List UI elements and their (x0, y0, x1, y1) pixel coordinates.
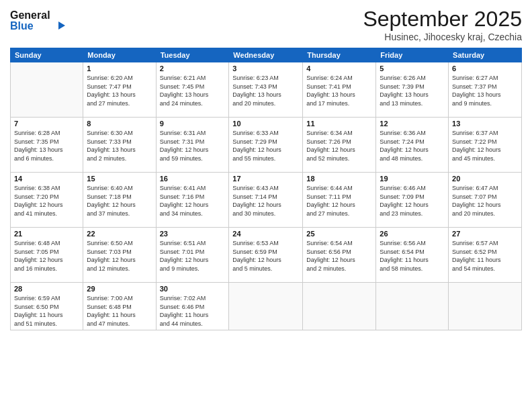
day-number: 10 (232, 120, 299, 128)
day-number: 24 (232, 230, 299, 238)
day-info: Sunrise: 6:28 AMSunset: 7:35 PMDaylight:… (14, 129, 79, 163)
logo: General Blue (10, 7, 71, 36)
table-row: 19Sunrise: 6:46 AMSunset: 7:09 PMDayligh… (376, 173, 449, 228)
day-info: Sunrise: 6:27 AMSunset: 7:37 PMDaylight:… (452, 74, 518, 107)
day-number: 22 (87, 230, 152, 238)
svg-marker-2 (58, 21, 65, 30)
day-number: 21 (14, 230, 79, 238)
day-info: Sunrise: 6:34 AMSunset: 7:26 PMDaylight:… (306, 129, 372, 163)
day-info: Sunrise: 6:54 AMSunset: 6:56 PMDaylight:… (306, 239, 372, 273)
day-number: 1 (87, 64, 152, 73)
header-monday: Monday (83, 48, 156, 62)
table-row: 10Sunrise: 6:33 AMSunset: 7:29 PMDayligh… (229, 118, 303, 173)
table-row: 5Sunrise: 6:26 AMSunset: 7:39 PMDaylight… (376, 62, 449, 118)
table-row: 2Sunrise: 6:21 AMSunset: 7:45 PMDaylight… (156, 62, 229, 118)
day-info: Sunrise: 6:44 AMSunset: 7:11 PMDaylight:… (306, 184, 372, 218)
day-info: Sunrise: 6:26 AMSunset: 7:39 PMDaylight:… (380, 74, 445, 107)
day-info: Sunrise: 6:47 AMSunset: 7:07 PMDaylight:… (452, 184, 518, 218)
table-row: 29Sunrise: 7:00 AMSunset: 6:48 PMDayligh… (83, 283, 156, 330)
day-number: 20 (452, 175, 518, 183)
calendar-page: General Blue September 2025 Husinec, Jih… (0, 0, 532, 411)
header-tuesday: Tuesday (156, 48, 229, 62)
table-row: 28Sunrise: 6:59 AMSunset: 6:50 PMDayligh… (11, 283, 83, 330)
table-row: 16Sunrise: 6:41 AMSunset: 7:16 PMDayligh… (156, 173, 229, 228)
location: Husinec, Jihocesky kraj, Czechia (363, 32, 522, 42)
header-saturday: Saturday (449, 48, 522, 62)
table-row: 21Sunrise: 6:48 AMSunset: 7:05 PMDayligh… (11, 228, 83, 283)
day-info: Sunrise: 6:38 AMSunset: 7:20 PMDaylight:… (14, 184, 79, 218)
table-row: 9Sunrise: 6:31 AMSunset: 7:31 PMDaylight… (156, 118, 229, 173)
table-row (11, 62, 83, 118)
table-row: 25Sunrise: 6:54 AMSunset: 6:56 PMDayligh… (303, 228, 376, 283)
day-number: 26 (380, 230, 445, 238)
table-row: 13Sunrise: 6:37 AMSunset: 7:22 PMDayligh… (449, 118, 522, 173)
day-info: Sunrise: 7:02 AMSunset: 6:46 PMDaylight:… (160, 294, 226, 328)
day-info: Sunrise: 6:43 AMSunset: 7:14 PMDaylight:… (232, 184, 299, 218)
table-row: 3Sunrise: 6:23 AMSunset: 7:43 PMDaylight… (229, 62, 303, 118)
day-number: 6 (452, 64, 518, 73)
table-row: 4Sunrise: 6:24 AMSunset: 7:41 PMDaylight… (303, 62, 376, 118)
table-row: 27Sunrise: 6:57 AMSunset: 6:52 PMDayligh… (449, 228, 522, 283)
day-info: Sunrise: 6:37 AMSunset: 7:22 PMDaylight:… (452, 129, 518, 163)
day-number: 3 (232, 64, 299, 73)
month-title: September 2025 (363, 7, 522, 32)
table-row (229, 283, 303, 330)
table-row: 14Sunrise: 6:38 AMSunset: 7:20 PMDayligh… (11, 173, 83, 228)
table-row (449, 283, 522, 330)
day-info: Sunrise: 6:48 AMSunset: 7:05 PMDaylight:… (14, 239, 79, 273)
table-row: 20Sunrise: 6:47 AMSunset: 7:07 PMDayligh… (449, 173, 522, 228)
day-number: 25 (306, 230, 372, 238)
day-info: Sunrise: 6:46 AMSunset: 7:09 PMDaylight:… (380, 184, 445, 218)
svg-text:Blue: Blue (10, 20, 34, 32)
day-number: 2 (160, 64, 226, 73)
day-number: 27 (452, 230, 518, 238)
day-number: 11 (306, 120, 372, 128)
day-info: Sunrise: 6:21 AMSunset: 7:45 PMDaylight:… (160, 74, 226, 107)
day-number: 5 (380, 64, 445, 73)
day-number: 15 (87, 175, 152, 183)
day-number: 17 (232, 175, 299, 183)
day-info: Sunrise: 6:57 AMSunset: 6:52 PMDaylight:… (452, 239, 518, 273)
day-info: Sunrise: 6:33 AMSunset: 7:29 PMDaylight:… (232, 129, 299, 163)
day-info: Sunrise: 6:23 AMSunset: 7:43 PMDaylight:… (232, 74, 299, 107)
day-info: Sunrise: 6:41 AMSunset: 7:16 PMDaylight:… (160, 184, 226, 218)
header-sunday: Sunday (11, 48, 83, 62)
header-wednesday: Wednesday (229, 48, 303, 62)
day-number: 30 (160, 285, 226, 293)
day-info: Sunrise: 6:51 AMSunset: 7:01 PMDaylight:… (160, 239, 226, 273)
page-header: General Blue September 2025 Husinec, Jih… (10, 7, 522, 42)
day-number: 12 (380, 120, 445, 128)
day-info: Sunrise: 6:24 AMSunset: 7:41 PMDaylight:… (306, 74, 372, 107)
calendar-table: Sunday Monday Tuesday Wednesday Thursday… (10, 48, 522, 330)
table-row: 24Sunrise: 6:53 AMSunset: 6:59 PMDayligh… (229, 228, 303, 283)
day-number: 23 (160, 230, 226, 238)
day-number: 7 (14, 120, 79, 128)
day-info: Sunrise: 6:31 AMSunset: 7:31 PMDaylight:… (160, 129, 226, 163)
table-row: 30Sunrise: 7:02 AMSunset: 6:46 PMDayligh… (156, 283, 229, 330)
table-row (376, 283, 449, 330)
table-row: 17Sunrise: 6:43 AMSunset: 7:14 PMDayligh… (229, 173, 303, 228)
table-row: 7Sunrise: 6:28 AMSunset: 7:35 PMDaylight… (11, 118, 83, 173)
day-number: 13 (452, 120, 518, 128)
table-row: 15Sunrise: 6:40 AMSunset: 7:18 PMDayligh… (83, 173, 156, 228)
day-number: 19 (380, 175, 445, 183)
table-row: 22Sunrise: 6:50 AMSunset: 7:03 PMDayligh… (83, 228, 156, 283)
logo-text: General Blue (10, 7, 71, 36)
day-number: 28 (14, 285, 79, 293)
day-number: 8 (87, 120, 152, 128)
day-info: Sunrise: 6:30 AMSunset: 7:33 PMDaylight:… (87, 129, 152, 163)
table-row: 6Sunrise: 6:27 AMSunset: 7:37 PMDaylight… (449, 62, 522, 118)
calendar-header-row: Sunday Monday Tuesday Wednesday Thursday… (11, 48, 522, 62)
header-friday: Friday (376, 48, 449, 62)
day-number: 29 (87, 285, 152, 293)
day-info: Sunrise: 6:20 AMSunset: 7:47 PMDaylight:… (87, 74, 152, 107)
day-number: 16 (160, 175, 226, 183)
svg-text:General: General (10, 9, 50, 21)
day-info: Sunrise: 6:53 AMSunset: 6:59 PMDaylight:… (232, 239, 299, 273)
header-thursday: Thursday (303, 48, 376, 62)
day-number: 14 (14, 175, 79, 183)
day-info: Sunrise: 6:36 AMSunset: 7:24 PMDaylight:… (380, 129, 445, 163)
day-info: Sunrise: 6:56 AMSunset: 6:54 PMDaylight:… (380, 239, 445, 273)
day-number: 4 (306, 64, 372, 73)
day-info: Sunrise: 7:00 AMSunset: 6:48 PMDaylight:… (87, 294, 152, 328)
